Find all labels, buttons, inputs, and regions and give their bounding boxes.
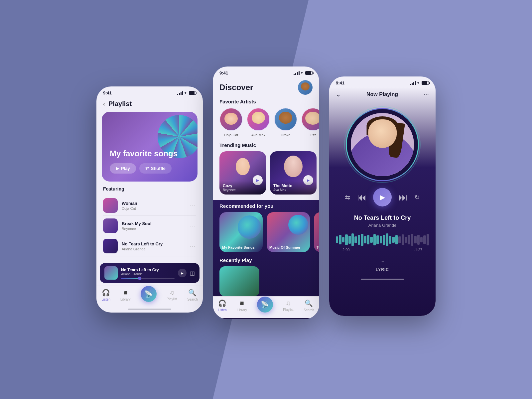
wbar-21: [398, 236, 401, 243]
lyric-chevron-icon: ⌃: [380, 260, 385, 266]
artist-avatar-ava: [247, 108, 270, 131]
next-btn-np[interactable]: ⏭: [398, 192, 408, 203]
song-item-notears[interactable]: No Tears Left to Cry Ariana Grande ⋯: [103, 236, 196, 256]
wbar-19: [392, 237, 394, 243]
playlist-icon: ♫: [170, 289, 175, 296]
home-indicator-left: [128, 309, 171, 310]
song-item-break[interactable]: Break My Soul Beyonce ⋯: [103, 216, 196, 236]
signal-bar-m2: [295, 73, 296, 75]
artist-card-drake[interactable]: Drake: [274, 108, 297, 137]
tab-playlist-mid[interactable]: ♫ Playlist: [283, 299, 294, 313]
artists-row: Doja Cat Ava Max Drake Lizz: [213, 108, 319, 142]
wbar-28: [420, 237, 423, 242]
trending-overlay-cozy: Cozy Beyonce: [219, 181, 266, 195]
tab-listen[interactable]: 🎧 Listen: [101, 289, 110, 302]
playlist-content: ‹ Playlist My favorite songs ▶ Play ⇄ Sh…: [96, 97, 203, 313]
status-icons-middle: ▾: [294, 71, 313, 75]
shuffle-icon: ⇄: [145, 166, 149, 171]
play-icon: ▶: [116, 166, 119, 171]
rec-card-fav[interactable]: My Favorite Songs: [219, 212, 263, 252]
artist-name-drake: Drake: [281, 133, 290, 137]
tab-search-mid[interactable]: 🔍 Search: [304, 299, 314, 313]
wbar-12: [370, 237, 372, 243]
status-bar-right: 9:41 ▾: [329, 76, 436, 87]
np-more-button[interactable]: ⋯: [424, 91, 429, 98]
mini-controls: ▶ ◫: [178, 269, 195, 277]
shuffle-button[interactable]: ⇄ Shuffle: [139, 163, 172, 174]
mini-screen-button[interactable]: ◫: [190, 270, 195, 276]
more-icon-notears[interactable]: ⋯: [190, 242, 196, 250]
album-ring: [346, 108, 419, 181]
play-label: Play: [121, 166, 130, 171]
play-btn-np[interactable]: ▶: [373, 188, 392, 206]
lyric-button[interactable]: ⌃ LYRIC: [329, 254, 436, 277]
tab-center-button-mid[interactable]: 📡: [257, 297, 273, 313]
more-icon-woman[interactable]: ⋯: [190, 202, 196, 209]
wbar-9: [361, 234, 363, 246]
recommended-title: Recommended for you: [213, 203, 319, 212]
song-title-woman: Woman: [122, 201, 190, 206]
playlist-label-mid: Playlist: [283, 308, 294, 312]
listen-label: Listen: [101, 298, 110, 301]
rec-card-top[interactable]: Top: [314, 212, 319, 252]
time-remaining: -1:27: [414, 248, 422, 252]
tab-playlist[interactable]: ♫ Playlist: [167, 289, 177, 302]
artist-avatar-drake: [274, 108, 297, 131]
wbar-26: [414, 236, 416, 243]
status-icons-right: ▾: [410, 81, 429, 85]
wbar-15: [380, 236, 382, 243]
mini-play-button[interactable]: ▶: [178, 269, 187, 277]
song-info-notears: No Tears Left to Cry Ariana Grande: [122, 241, 190, 251]
signal-bar-r4: [415, 81, 416, 85]
tab-search[interactable]: 🔍 Search: [187, 289, 198, 302]
recently-card-1[interactable]: [219, 266, 259, 296]
tab-library[interactable]: ◾ Library: [120, 289, 131, 302]
rec-orb-fav: [238, 215, 261, 239]
signal-bar-m1: [294, 74, 295, 75]
wbar-29: [423, 235, 426, 244]
tab-center-button[interactable]: 📡: [141, 286, 157, 302]
recently-title: Recently Play: [213, 257, 319, 266]
tab-listen-mid[interactable]: 🎧 Listen: [218, 299, 227, 313]
wbar-17: [386, 233, 388, 246]
hero-title: My favorite songs: [110, 149, 190, 159]
song-thumb-woman: [103, 198, 118, 213]
artist-card-lizz[interactable]: Lizz: [301, 108, 319, 137]
artist-card-ava[interactable]: Ava Max: [247, 108, 270, 137]
back-button[interactable]: ‹: [103, 100, 105, 107]
signal-icon-middle: [294, 71, 300, 75]
song-title-break: Break My Soul: [122, 221, 190, 226]
trending-card-cozy[interactable]: ▶ Cozy Beyonce: [219, 151, 266, 195]
user-avatar[interactable]: [298, 80, 313, 95]
recently-row: [213, 266, 319, 296]
artist-card-doja[interactable]: Doja Cat: [219, 108, 243, 137]
tab-bar-left: 🎧 Listen ◾ Library 📡 ♫ Playlist 🔍 Search: [96, 286, 203, 307]
prev-btn-np[interactable]: ⏮: [357, 192, 366, 203]
search-icon-mid: 🔍: [305, 299, 313, 307]
mini-info: No Tears Left to Cry Ariana Grande: [121, 268, 175, 279]
np-back-button[interactable]: ⌄: [336, 91, 341, 98]
song-item-woman[interactable]: Woman Doja Cat ⋯: [103, 196, 196, 216]
repeat-btn-np[interactable]: ↻: [414, 193, 420, 201]
library-icon: ◾: [121, 289, 130, 297]
signal-bar-3: [181, 92, 182, 95]
search-label-mid: Search: [304, 308, 314, 312]
now-playing-content: ⌄ Now Playing ⋯ ⇆: [329, 87, 436, 316]
trending-card-motto[interactable]: ▶ The Motto Ava Max: [270, 151, 317, 195]
wbar-3: [342, 237, 344, 242]
tab-library-mid[interactable]: ◾ Library: [237, 299, 247, 313]
wbar-16: [383, 235, 385, 245]
play-button[interactable]: ▶ Play: [110, 163, 136, 174]
wbar-6: [351, 233, 354, 246]
recommended-row: My Favorite Songs Music Of Summer Top: [213, 212, 319, 257]
battery-fill-left: [189, 91, 195, 94]
mini-player[interactable]: No Tears Left to Cry Ariana Grande ▶ ◫: [100, 263, 200, 283]
album-art: [351, 113, 414, 176]
signal-icon-left: [177, 91, 183, 95]
shuffle-btn-np[interactable]: ⇆: [345, 193, 350, 201]
phone-discover: 9:41 ▾ Discover Favorite: [213, 66, 319, 319]
rec-card-summer[interactable]: Music Of Summer: [267, 212, 310, 252]
more-icon-break[interactable]: ⋯: [190, 222, 196, 229]
waveform-container[interactable]: 2:00 -1:27: [329, 230, 436, 254]
album-art-container: [329, 101, 436, 188]
